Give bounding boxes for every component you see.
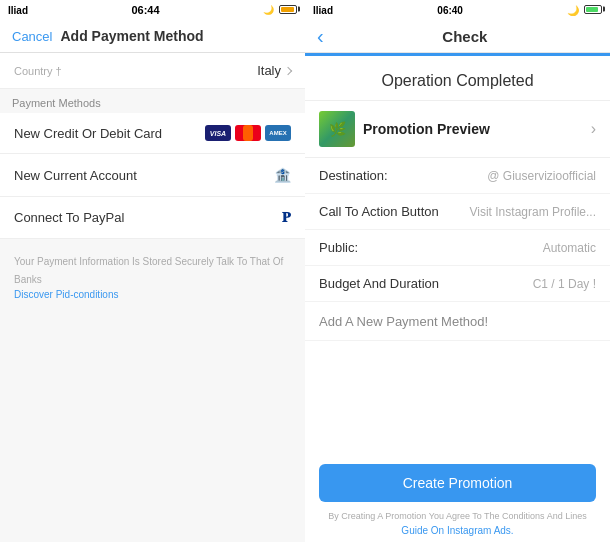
left-panel: Iliad 06:44 🌙 Cancel Add Payment Method … — [0, 0, 305, 542]
status-icons-right: 🌙 — [567, 5, 602, 16]
back-button[interactable]: ‹ — [317, 26, 324, 46]
operation-completed: Operation Completed — [305, 56, 610, 100]
promo-thumbnail: 🌿 — [319, 111, 355, 147]
page-title-right: Check — [332, 28, 598, 45]
cta-label: Call To Action Button — [319, 204, 439, 219]
credit-card-label: New Credit Or Debit Card — [14, 126, 162, 141]
cta-value: Visit Instagram Profile... — [470, 205, 597, 219]
promo-chevron-icon: › — [591, 120, 596, 138]
create-btn-wrap: Create Promotion — [305, 454, 610, 506]
nav-header-left: Cancel Add Payment Method — [0, 20, 305, 53]
nav-header-right: ‹ Check — [305, 20, 610, 53]
payment-methods-label: Payment Methods — [0, 89, 305, 113]
paypal-row[interactable]: Connect To PayPal 𝐏 — [0, 197, 305, 239]
card-logos: VISA AMEX — [205, 125, 291, 141]
detail-row-cta[interactable]: Call To Action Button Visit Instagram Pr… — [305, 194, 610, 230]
add-payment-text: Add A New Payment Method! — [319, 314, 488, 329]
carrier-left: Iliad — [8, 5, 28, 16]
time-left: 06:44 — [131, 4, 159, 16]
promo-title: Promotion Preview — [363, 121, 490, 137]
discover-link[interactable]: Discover Pid-conditions — [14, 289, 291, 300]
status-bar-right: Iliad 06:40 🌙 — [305, 0, 610, 20]
right-panel: Iliad 06:40 🌙 ‹ Check Operation Complete… — [305, 0, 610, 542]
budget-value: C1 / 1 Day ! — [533, 277, 596, 291]
destination-value: @ Giuservizioofficial — [487, 169, 596, 183]
status-icons-left: 🌙 — [263, 5, 297, 16]
carrier-right: Iliad — [313, 5, 333, 16]
moon-icon-right: 🌙 — [567, 5, 579, 16]
country-value: Italy — [257, 63, 291, 78]
country-label: Country † — [14, 65, 62, 77]
battery-icon — [277, 5, 297, 16]
time-right: 06:40 — [437, 5, 463, 16]
bank-account-row[interactable]: New Current Account 🏦 — [0, 154, 305, 197]
amex-logo: AMEX — [265, 125, 291, 141]
detail-row-destination[interactable]: Destination: @ Giuservizioofficial — [305, 158, 610, 194]
promo-row[interactable]: 🌿 Promotion Preview › — [305, 100, 610, 158]
info-text: Your Payment Information Is Stored Secur… — [14, 256, 283, 285]
budget-label: Budget And Duration — [319, 276, 439, 291]
add-payment-row[interactable]: Add A New Payment Method! — [305, 302, 610, 341]
mastercard-logo — [235, 125, 261, 141]
footer-link[interactable]: Guide On Instagram Ads. — [305, 525, 610, 542]
page-title-left: Add Payment Method — [60, 28, 203, 44]
paypal-label: Connect To PayPal — [14, 210, 124, 225]
chevron-icon — [284, 66, 292, 74]
cancel-button[interactable]: Cancel — [12, 29, 52, 44]
battery-icon-right — [584, 5, 602, 14]
destination-label: Destination: — [319, 168, 388, 183]
info-section: Your Payment Information Is Stored Secur… — [0, 239, 305, 312]
status-bar-left: Iliad 06:44 🌙 — [0, 0, 305, 20]
bank-icon: 🏦 — [273, 166, 291, 184]
public-label: Public: — [319, 240, 358, 255]
create-promotion-button[interactable]: Create Promotion — [319, 464, 596, 502]
footer-text: By Creating A Promotion You Agree To The… — [305, 506, 610, 525]
promo-left: 🌿 Promotion Preview — [319, 111, 490, 147]
credit-card-row[interactable]: New Credit Or Debit Card VISA AMEX — [0, 113, 305, 154]
detail-row-budget[interactable]: Budget And Duration C1 / 1 Day ! — [305, 266, 610, 302]
bank-account-label: New Current Account — [14, 168, 137, 183]
moon-icon: 🌙 — [263, 5, 274, 15]
public-value: Automatic — [543, 241, 596, 255]
paypal-icon: 𝐏 — [282, 209, 291, 226]
detail-row-public[interactable]: Public: Automatic — [305, 230, 610, 266]
visa-logo: VISA — [205, 125, 231, 141]
country-row[interactable]: Country † Italy — [0, 53, 305, 89]
